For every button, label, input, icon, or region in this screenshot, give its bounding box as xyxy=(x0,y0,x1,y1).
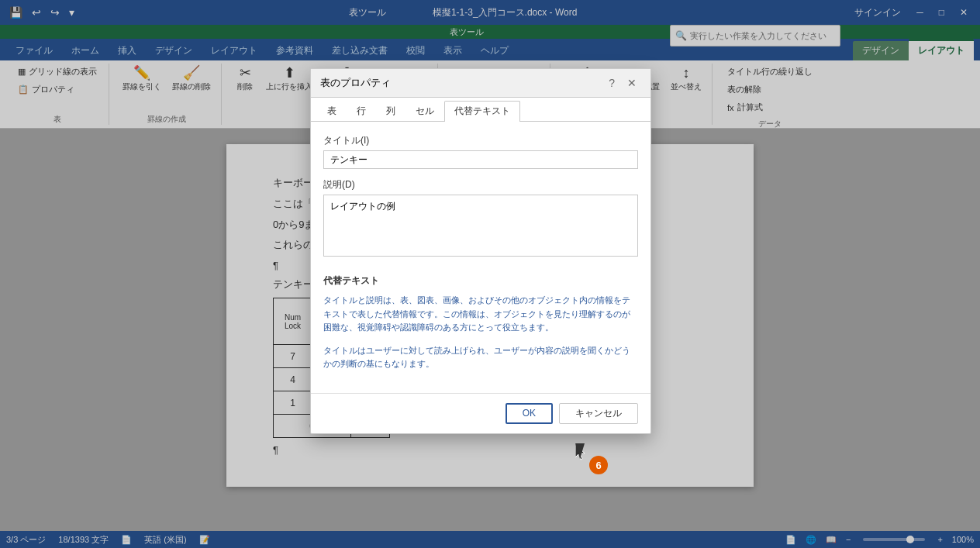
dialog-title: 表のプロパティ xyxy=(320,76,391,90)
dialog-tab-alttext[interactable]: 代替テキスト xyxy=(444,101,520,122)
alt-text-paragraph2: タイトルはユーザーに対して読み上げられ、ユーザーが内容の説明を聞くかどうかの判断… xyxy=(323,344,638,371)
dialog-content: タイトル(I) 説明(D) レイアウトの例 代替テキスト タイトルと説明は、表、… xyxy=(311,122,650,393)
dialog-tab-col[interactable]: 列 xyxy=(376,101,405,121)
dialog-help-button[interactable]: ? xyxy=(604,75,619,91)
dialog-title-bar: 表のプロパティ ? ✕ xyxy=(311,69,650,98)
cancel-button[interactable]: キャンセル xyxy=(559,403,638,424)
cursor-icon xyxy=(575,443,588,460)
dialog-tab-row[interactable]: 行 xyxy=(347,101,376,121)
dialog-tabs: 表 行 列 セル 代替テキスト xyxy=(311,98,650,122)
dialog-close-button[interactable]: ✕ xyxy=(623,75,641,91)
desc-field-label: 説明(D) xyxy=(323,178,638,191)
modal-overlay: 表のプロパティ ? ✕ 表 行 列 セル 代替テキスト タイトル(I) 説明(D… xyxy=(0,0,980,548)
mouse-cursor xyxy=(575,443,585,459)
alt-text-paragraph1: タイトルと説明は、表、図表、画像、およびその他のオブジェクト内の情報をテキストで… xyxy=(323,294,638,335)
alt-text-section: 代替テキスト タイトルと説明は、表、図表、画像、およびその他のオブジェクト内の情… xyxy=(323,274,638,371)
dialog-table-properties: 表のプロパティ ? ✕ 表 行 列 セル 代替テキスト タイトル(I) 説明(D… xyxy=(310,68,651,434)
title-field-label: タイトル(I) xyxy=(323,134,638,147)
title-input[interactable] xyxy=(323,150,638,169)
dialog-tab-table[interactable]: 表 xyxy=(317,101,347,121)
dialog-title-buttons: ? ✕ xyxy=(604,75,641,91)
dialog-footer: OK キャンセル xyxy=(311,393,650,433)
description-textarea[interactable]: レイアウトの例 xyxy=(323,195,638,257)
ok-button[interactable]: OK xyxy=(506,403,553,424)
step-badge-6: 6 xyxy=(589,456,608,474)
dialog-tab-cell[interactable]: セル xyxy=(405,101,444,121)
alt-text-heading: 代替テキスト xyxy=(323,274,638,288)
